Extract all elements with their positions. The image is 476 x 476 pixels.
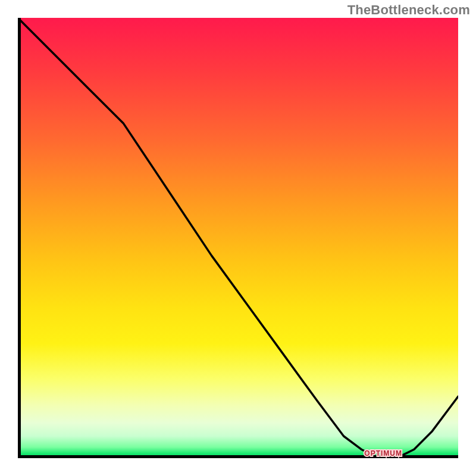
plot-area: OPTIMUM <box>18 18 458 458</box>
heatmap-background <box>18 18 458 458</box>
chart-container: TheBottleneck.com OPTIMUM <box>0 0 476 476</box>
watermark: TheBottleneck.com <box>347 2 470 18</box>
